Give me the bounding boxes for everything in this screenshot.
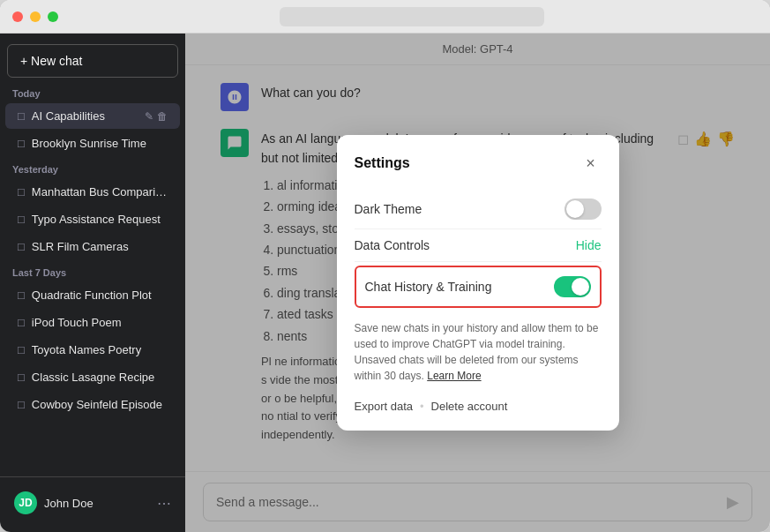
section-today: Today [0, 81, 185, 102]
delete-icon[interactable]: 🗑 [157, 110, 168, 123]
app-window: + New chat Today □ AI Capabilities ✎ 🗑 □… [0, 0, 770, 532]
main-content: Model: GPT-4 What can you do? [185, 34, 770, 532]
sidebar-item-label-8: Toyota Names Poetry [32, 343, 168, 356]
chat-icon-2: □ [18, 137, 25, 150]
sidebar-item-typo[interactable]: □ Typo Assistance Request [5, 206, 180, 232]
chat-history-knob [572, 278, 589, 296]
sidebar-item-label-5: SLR Film Cameras [32, 240, 168, 253]
titlebar [0, 0, 770, 34]
dark-theme-row: Dark Theme [355, 190, 602, 229]
sidebar-item-lasagne[interactable]: □ Classic Lasagne Recipe [5, 364, 180, 390]
chat-icon-4: □ [18, 213, 25, 226]
sidebar-bottom: JD John Doe ⋯ [0, 476, 185, 525]
delete-account-button[interactable]: Delete account [431, 400, 508, 413]
chat-icon-7: □ [18, 316, 25, 329]
chat-icon-6: □ [18, 288, 25, 302]
user-menu-icon[interactable]: ⋯ [157, 495, 171, 512]
modal-close-button[interactable]: × [580, 153, 602, 174]
titlebar-center [65, 7, 758, 26]
sidebar-item-ai-capabilities[interactable]: □ AI Capabilities ✎ 🗑 [5, 103, 180, 129]
sidebar: + New chat Today □ AI Capabilities ✎ 🗑 □… [0, 34, 185, 532]
data-controls-label: Data Controls [355, 238, 430, 252]
user-name: John Doe [44, 497, 93, 510]
sidebar-item-label-10: Cowboy Seinfeld Episode [32, 398, 168, 411]
chat-history-toggle[interactable] [554, 276, 591, 297]
chat-icon-5: □ [18, 240, 25, 253]
sidebar-item-slr[interactable]: □ SLR Film Cameras [5, 234, 180, 259]
modal-footer: Export data • Delete account [355, 393, 602, 413]
export-data-button[interactable]: Export data [355, 400, 414, 413]
chat-icon-3: □ [18, 185, 25, 199]
sidebar-item-manhattan[interactable]: □ Manhattan Bus Comparisons [5, 179, 180, 205]
dark-theme-toggle[interactable] [564, 199, 602, 220]
sidebar-item-label: AI Capabilities [32, 109, 138, 123]
modal-header: Settings × [355, 153, 602, 174]
chat-icon-10: □ [18, 398, 25, 411]
learn-more-link[interactable]: Learn More [427, 370, 481, 382]
app-body: + New chat Today □ AI Capabilities ✎ 🗑 □… [0, 34, 770, 532]
dark-theme-label: Dark Theme [355, 202, 422, 216]
chat-icon-8: □ [18, 343, 25, 356]
user-avatar: JD [14, 491, 37, 514]
sidebar-item-label-9: Classic Lasagne Recipe [32, 371, 168, 384]
chat-history-row: Chat History & Training [355, 266, 602, 308]
sidebar-item-label-2: Brooklyn Sunrise Time [32, 137, 168, 150]
section-yesterday: Yesterday [0, 157, 185, 178]
chat-icon-9: □ [18, 371, 25, 384]
data-controls-hide-button[interactable]: Hide [576, 238, 602, 252]
sidebar-item-label-4: Typo Assistance Request [32, 213, 168, 226]
section-last7: Last 7 Days [0, 260, 185, 281]
modal-description: Save new chats in your history and allow… [355, 311, 602, 393]
sidebar-item-ipod[interactable]: □ iPod Touch Poem [5, 310, 180, 335]
close-button[interactable] [12, 11, 23, 22]
item-actions: ✎ 🗑 [145, 110, 168, 123]
settings-modal: Settings × Dark Theme Data Controls H [337, 135, 619, 431]
modal-title: Settings [355, 155, 410, 171]
minimize-button[interactable] [30, 11, 41, 22]
new-chat-button[interactable]: + New chat [7, 44, 178, 78]
sidebar-item-quadratic[interactable]: □ Quadratic Function Plot [5, 282, 180, 308]
chat-icon: □ [18, 109, 25, 123]
toggle-knob [566, 200, 584, 218]
sidebar-item-label-3: Manhattan Bus Comparisons [32, 185, 168, 199]
sidebar-item-brooklyn[interactable]: □ Brooklyn Sunrise Time [5, 131, 180, 156]
new-chat-label: + New chat [20, 54, 82, 68]
sidebar-item-label-6: Quadratic Function Plot [32, 288, 168, 302]
user-profile-item[interactable]: JD John Doe ⋯ [5, 484, 180, 521]
maximize-button[interactable] [48, 11, 58, 22]
url-bar [280, 7, 544, 26]
sidebar-item-toyota[interactable]: □ Toyota Names Poetry [5, 337, 180, 363]
data-controls-row: Data Controls Hide [355, 229, 602, 262]
edit-icon[interactable]: ✎ [145, 110, 153, 123]
sidebar-item-cowboy[interactable]: □ Cowboy Seinfeld Episode [5, 392, 180, 417]
sidebar-item-label-7: iPod Touch Poem [32, 316, 168, 329]
modal-overlay: Settings × Dark Theme Data Controls H [185, 34, 770, 532]
chat-history-label: Chat History & Training [365, 280, 492, 294]
